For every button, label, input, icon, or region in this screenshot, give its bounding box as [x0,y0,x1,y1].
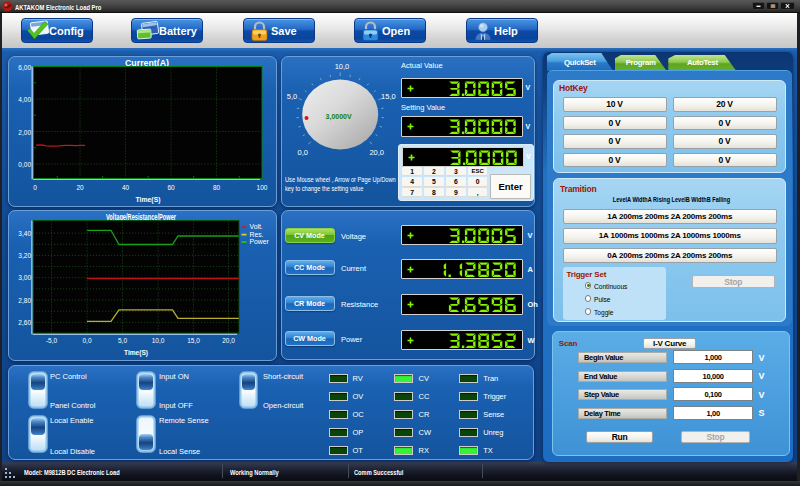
svg-text:0: 0 [33,184,37,191]
svg-text:2,00: 2,00 [18,128,31,135]
svg-text:10,0: 10,0 [152,337,165,344]
svg-text:0,0: 0,0 [298,147,308,156]
svg-text:15,0: 15,0 [381,91,396,100]
svg-text:Time(S): Time(S) [136,195,161,204]
svg-text:3,00: 3,00 [18,274,31,281]
svg-text:2,80: 2,80 [18,296,31,303]
svg-text:4,00: 4,00 [18,96,31,103]
svg-text:40: 40 [122,184,130,191]
svg-text:0,0: 0,0 [82,337,91,344]
svg-text:15,0: 15,0 [187,337,200,344]
svg-text:3,0000V: 3,0000V [326,113,352,121]
svg-text:20,0: 20,0 [222,337,235,344]
svg-text:20: 20 [76,184,84,191]
svg-text:-5,0: -5,0 [46,337,58,344]
svg-text:3,20: 3,20 [18,251,31,258]
svg-text:3,40: 3,40 [18,229,31,236]
svg-text:2,60: 2,60 [18,318,31,325]
svg-text:Time(S): Time(S) [124,347,148,356]
svg-text:Volt.: Volt. [250,223,263,230]
svg-text:0,00: 0,00 [18,161,31,168]
svg-text:80: 80 [213,184,221,191]
svg-text:60: 60 [167,184,175,191]
svg-text:6,00: 6,00 [18,63,31,70]
svg-text:Res.: Res. [250,230,264,237]
svg-text:5,0: 5,0 [287,91,297,100]
svg-text:5,0: 5,0 [118,337,127,344]
svg-text:Power: Power [250,238,270,245]
svg-text:Voltage/Resistance/Power: Voltage/Resistance/Power [106,211,176,221]
svg-text:20,0: 20,0 [369,147,384,156]
svg-text:100: 100 [257,184,268,191]
svg-text:10,0: 10,0 [335,61,350,70]
